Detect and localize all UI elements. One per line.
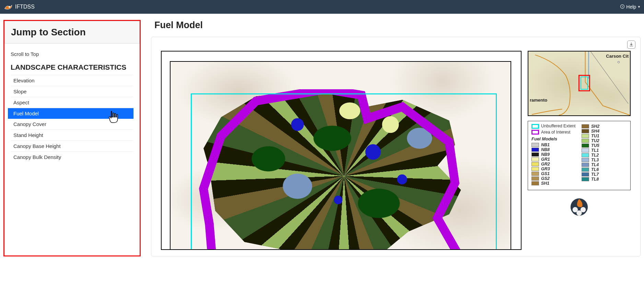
swatch-icon <box>531 167 539 171</box>
swatch-icon <box>582 139 589 143</box>
swatch-icon <box>531 176 539 181</box>
svg-point-0 <box>9 6 10 8</box>
legend-label: TL7 <box>591 172 599 177</box>
swatch-icon <box>582 168 589 172</box>
swatch-icon <box>582 172 589 176</box>
legend-label: GS2 <box>541 176 550 181</box>
menu-item-fuel-model[interactable]: Fuel Model <box>8 108 133 119</box>
chevron-down-icon: ▼ <box>637 5 641 9</box>
legend-label: NB8 <box>541 147 550 152</box>
swatch-unbuffered-icon <box>531 124 539 129</box>
menu-item-aspect[interactable]: Aspect <box>11 97 133 108</box>
area-of-interest-layer <box>198 89 490 250</box>
menu-item-slope[interactable]: Slope <box>11 86 133 97</box>
legend-label: TL1 <box>591 148 599 153</box>
map-inner-frame <box>170 61 511 250</box>
legend-item-gr1: GR1 <box>531 157 577 162</box>
sidebar-title: Jump to Section <box>4 21 140 44</box>
topbar: IFTDSS ? Help ▼ <box>0 0 644 14</box>
category-landscape-characteristics: LANDSCAPE CHARACTERISTICS <box>11 61 133 75</box>
legend-label: TU5 <box>591 143 599 148</box>
swatch-icon <box>582 158 589 162</box>
swatch-icon <box>531 152 539 157</box>
menu-item-canopy-cover[interactable]: Canopy Cover <box>11 119 133 130</box>
menu-item-stand-height[interactable]: Stand Height <box>11 130 133 141</box>
legend-item-tu1: TU1 <box>582 134 627 138</box>
help-icon: ? <box>620 4 625 10</box>
legend-item-tl6: TL6 <box>582 167 627 172</box>
swatch-icon <box>531 172 539 176</box>
swatch-aoi-icon <box>531 130 539 135</box>
legend-label: TL6 <box>591 167 599 172</box>
legend-label: NB1 <box>541 142 550 147</box>
menu-item-elevation[interactable]: Elevation <box>11 75 133 86</box>
swatch-icon <box>582 177 589 181</box>
scroll-to-top-link[interactable]: Scroll to Top <box>11 47 133 61</box>
footer-logo <box>528 195 631 217</box>
menu-item-canopy-bulk-density[interactable]: Canopy Bulk Density <box>11 152 133 162</box>
help-menu[interactable]: ? Help ▼ <box>620 4 641 10</box>
menu-item-label: Fuel Model <box>13 111 39 116</box>
swatch-icon <box>582 144 589 148</box>
brand-logo-icon <box>3 3 13 11</box>
download-icon <box>629 42 634 47</box>
iftdss-logo-icon <box>569 197 589 217</box>
legend-item-tl4: TL4 <box>582 162 627 167</box>
legend-fuel-models-header: Fuel Models <box>531 136 577 141</box>
map-label-sacramento: ramento <box>530 98 547 103</box>
legend-label: SH1 <box>541 181 549 186</box>
svg-point-8 <box>576 210 582 216</box>
city-dot <box>618 61 620 63</box>
swatch-icon <box>582 153 589 157</box>
swatch-icon <box>582 148 589 152</box>
legend-item-sh1: SH1 <box>531 181 577 186</box>
legend-item-tl1: TL1 <box>582 148 627 153</box>
legend-label: TL3 <box>591 158 599 162</box>
legend-item-tl3: TL3 <box>582 158 627 162</box>
legend-item-tl8: TL8 <box>582 177 627 182</box>
legend-unbuffered-extent: Unbuffered Extent <box>531 124 577 129</box>
legend-item-sh2: SH2 <box>582 124 627 129</box>
brand: IFTDSS <box>3 3 35 11</box>
swatch-icon <box>531 157 539 161</box>
legend-label: TL2 <box>591 153 599 158</box>
legend-label: TU2 <box>591 138 599 143</box>
legend-label: NB9 <box>541 152 550 157</box>
legend-area-of-interest: Area of Interest <box>531 130 577 135</box>
main-map[interactable] <box>161 51 522 250</box>
page-title: Fuel Model <box>151 20 641 37</box>
legend-item-gr3: GR3 <box>531 167 577 171</box>
svg-marker-3 <box>203 89 461 250</box>
svg-text:?: ? <box>622 5 623 8</box>
legend-panel: Unbuffered Extent Area of Interest Fuel … <box>528 121 631 190</box>
legend-item-tu2: TU2 <box>582 138 627 143</box>
download-button[interactable] <box>627 41 635 49</box>
legend-label: SH4 <box>591 129 599 134</box>
legend-label: GS1 <box>541 171 550 176</box>
overview-map[interactable]: Carson Cit ramento <box>528 51 631 116</box>
section-menu: Elevation Slope Aspect Fuel Model Canopy… <box>11 75 133 162</box>
legend-item-sh4: SH4 <box>582 129 627 134</box>
overview-unbuffered-box <box>581 77 588 90</box>
swatch-icon <box>531 143 539 147</box>
help-label: Help <box>626 4 636 10</box>
legend-label: TU1 <box>591 134 599 138</box>
swatch-icon <box>582 129 589 133</box>
swatch-icon <box>582 124 589 128</box>
swatch-icon <box>531 162 539 166</box>
menu-item-canopy-base-height[interactable]: Canopy Base Height <box>11 141 133 152</box>
legend-item-tl7: TL7 <box>582 172 627 177</box>
legend-item-gs2: GS2 <box>531 176 577 181</box>
swatch-icon <box>582 163 589 167</box>
legend-label: TL8 <box>591 177 599 182</box>
legend-item-gs1: GS1 <box>531 171 577 176</box>
swatch-icon <box>531 181 539 185</box>
legend-label: GR1 <box>541 157 550 162</box>
app-name: IFTDSS <box>15 4 35 10</box>
map-panel: Carson Cit ramento Unbuffered Extent <box>151 37 641 256</box>
swatch-icon <box>531 148 539 152</box>
legend-item-nb9: NB9 <box>531 152 577 157</box>
legend-label: GR3 <box>541 167 550 171</box>
swatch-icon <box>582 134 589 138</box>
map-label-carson-city: Carson Cit <box>606 54 629 59</box>
